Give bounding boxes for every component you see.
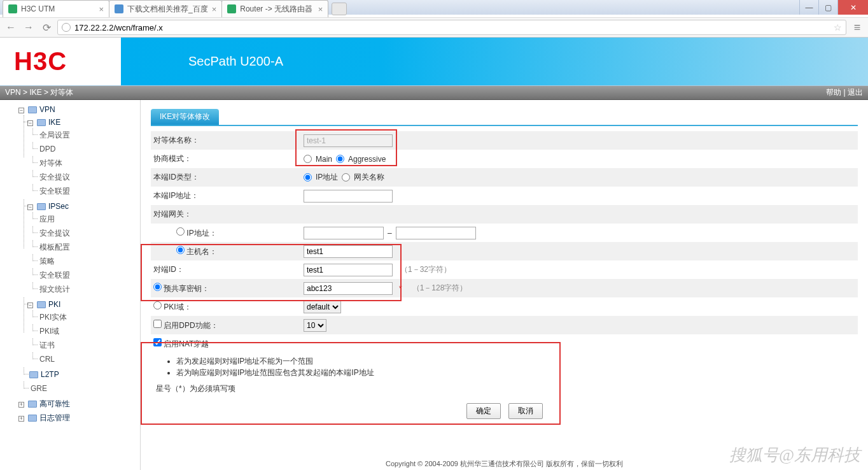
sidebar-item-vpn[interactable]: VPN (39, 105, 55, 114)
product-name: SecPath U200-A (188, 54, 283, 69)
psk-radio[interactable] (153, 283, 162, 291)
favicon-icon (115, 4, 123, 13)
breadcrumb-vpn[interactable]: VPN (5, 88, 21, 97)
sidebar-item-ha[interactable]: 高可靠性 (39, 399, 70, 408)
sidebar-item-pki-entity[interactable]: PKI实体 (38, 313, 67, 322)
minimize-button[interactable]: — (799, 0, 818, 15)
remote-id-input[interactable] (304, 264, 393, 276)
dpd-label: 启用DPD功能： (164, 321, 218, 330)
notes: 若为发起端则对端IP地址不能为一个范围 若为响应端则对端IP地址范围应包含其发起… (151, 353, 858, 381)
logo: H3C (14, 47, 179, 76)
browser-tabs: H3C UTM× 下载文档相关推荐_百度× Router -> 无线路由器× (0, 0, 347, 17)
sidebar-item-gre[interactable]: GRE (29, 384, 47, 393)
page-banner: H3C SecPath U200-A (0, 38, 868, 86)
url-input[interactable] (74, 23, 830, 32)
main-content: IKE对等体修改 对等体名称： 协商模式： Main Aggressive 本端… (141, 100, 868, 470)
dpd-select[interactable]: 10 (304, 319, 326, 332)
ok-button[interactable]: 确定 (466, 403, 501, 419)
sidebar-item-ike-peer[interactable]: 对等体 (38, 159, 62, 167)
cancel-button[interactable]: 取消 (508, 403, 543, 419)
folder-icon (37, 119, 46, 126)
peer-name-label: 对等体名称： (153, 135, 304, 146)
close-button[interactable]: ✕ (837, 0, 868, 15)
folder-icon (28, 401, 37, 408)
remote-id-hint: （1－32字符） (400, 264, 451, 275)
remote-ip-radio[interactable] (176, 227, 185, 236)
back-button[interactable]: ← (4, 20, 18, 34)
local-ip-input[interactable] (304, 190, 393, 203)
breadcrumb-ike[interactable]: IKE (29, 88, 41, 97)
address-bar[interactable]: ☆ (57, 20, 846, 35)
sidebar-item-pki-cert[interactable]: 证书 (38, 341, 55, 350)
tab-close-icon[interactable]: × (99, 4, 104, 14)
psk-input[interactable] (304, 282, 393, 295)
remote-host-radio[interactable] (176, 246, 185, 254)
nat-checkbox[interactable] (153, 338, 162, 346)
sidebar-item-log[interactable]: 日志管理 (39, 413, 70, 422)
sidebar-item-ipsec-sa[interactable]: 安全联盟 (38, 271, 70, 280)
footnote: 星号（*）为必须填写项 (151, 381, 858, 397)
sidebar-item-ike-proposal[interactable]: 安全提议 (38, 173, 70, 182)
new-tab-button[interactable] (332, 3, 347, 15)
tree-toggle-icon[interactable]: − (18, 108, 24, 113)
tab-close-icon[interactable]: × (212, 4, 217, 14)
logout-link[interactable]: 退出 (848, 88, 863, 97)
breadcrumb-peer[interactable]: 对等体 (50, 88, 73, 97)
remote-gw-label: 对端网关： (153, 209, 304, 220)
tab-ike-peer-edit[interactable]: IKE对等体修改 (151, 109, 219, 125)
browser-tab-0[interactable]: H3C UTM× (3, 0, 109, 17)
browser-tab-1[interactable]: 下载文档相关推荐_百度× (109, 0, 222, 17)
dash-separator: – (388, 229, 392, 238)
local-ip-label: 本端IP地址： (153, 190, 304, 201)
dpd-checkbox[interactable] (153, 320, 162, 328)
reload-button[interactable]: ⟳ (39, 20, 53, 34)
sidebar-item-pki[interactable]: PKI (48, 300, 60, 309)
note-1: 若为发起端则对端IP地址不能为一个范围 (176, 355, 858, 367)
browser-tab-2[interactable]: Router -> 无线路由器× (221, 0, 328, 17)
psk-hint: （1－128字符） (412, 283, 468, 294)
sidebar-item-ike-global[interactable]: 全局设置 (38, 131, 70, 139)
folder-icon (37, 301, 46, 308)
help-link[interactable]: 帮助 (826, 88, 841, 97)
tree-toggle-icon[interactable]: − (27, 120, 33, 126)
tab-header: IKE对等体修改 (151, 109, 858, 126)
tree-toggle-icon[interactable]: + (18, 402, 24, 408)
sidebar-item-ike-sa[interactable]: 安全联盟 (38, 187, 70, 196)
window-titlebar: H3C UTM× 下载文档相关推荐_百度× Router -> 无线路由器× —… (0, 0, 868, 15)
browser-menu-button[interactable]: ≡ (850, 21, 864, 34)
sidebar-item-ike[interactable]: IKE (48, 118, 60, 127)
sidebar-item-ike-dpd[interactable]: DPD (38, 145, 55, 153)
remote-host-input[interactable] (304, 245, 393, 258)
nat-label: 启用NAT穿越 (164, 339, 209, 348)
maximize-button[interactable]: ▢ (818, 0, 837, 15)
tree-toggle-icon[interactable]: − (27, 204, 33, 210)
sidebar-item-l2tp[interactable]: L2TP (41, 370, 59, 379)
pki-radio[interactable] (153, 301, 162, 310)
sidebar-item-ipsec-stats[interactable]: 报文统计 (38, 285, 70, 294)
folder-icon (29, 371, 38, 378)
forward-button[interactable]: → (22, 20, 36, 34)
nego-aggressive-radio[interactable] (336, 155, 344, 163)
sidebar-item-ipsec-apply[interactable]: 应用 (38, 215, 55, 224)
localid-gw-radio[interactable] (342, 173, 350, 182)
pki-domain-label: PKI域： (164, 303, 191, 311)
sidebar-item-pki-crl[interactable]: CRL (38, 355, 55, 364)
sidebar-item-ipsec-template[interactable]: 模板配置 (38, 243, 70, 252)
nego-main-radio[interactable] (304, 155, 312, 163)
sidebar-item-ipsec[interactable]: IPSec (48, 202, 69, 211)
localid-ip-radio[interactable] (304, 173, 312, 182)
remote-ip-start-input[interactable] (304, 227, 384, 239)
tab-close-icon[interactable]: × (318, 4, 323, 14)
remote-ip-end-input[interactable] (396, 227, 476, 239)
sidebar-item-ipsec-proposal[interactable]: 安全提议 (38, 229, 70, 238)
pki-domain-select[interactable]: default (304, 301, 341, 313)
localid-type-label: 本端ID类型： (153, 172, 304, 183)
bookmark-icon[interactable]: ☆ (834, 22, 842, 32)
tree-toggle-icon[interactable]: + (18, 416, 24, 422)
folder-icon (37, 203, 46, 210)
sidebar-item-pki-domain[interactable]: PKI域 (38, 327, 59, 336)
required-mark: * (399, 284, 402, 293)
nego-main-label: Main (316, 155, 332, 164)
tree-toggle-icon[interactable]: − (27, 303, 33, 308)
sidebar-item-ipsec-policy[interactable]: 策略 (38, 257, 55, 266)
